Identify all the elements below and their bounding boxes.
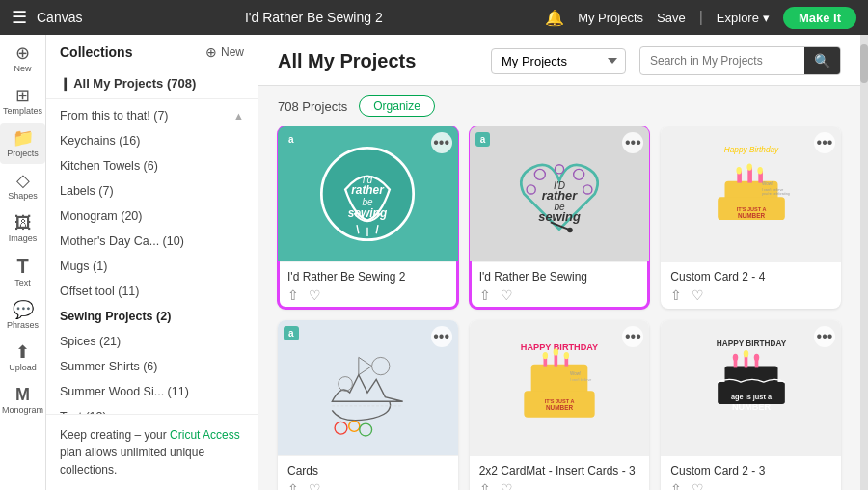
search-button[interactable]: 🔍 [804,47,840,74]
heart-icon-3[interactable]: ♡ [692,287,704,303]
collection-item-labels[interactable]: Labels (7) [46,178,258,204]
project-card-4[interactable]: a ••• [278,320,458,490]
collection-item-kitchen-towels[interactable]: Kitchen Towels (6) [46,153,258,178]
save-link[interactable]: Save [657,11,686,25]
svg-text:sewing: sewing [348,206,388,220]
collection-item-mothers-day[interactable]: Mother's Day Ca... (10) [46,229,258,254]
upload-icon: ⬆ [15,343,30,361]
svg-text:I can't believe: I can't believe [570,378,591,382]
svg-point-9 [583,185,592,194]
cricut-access-link[interactable]: Cricut Access [170,428,240,442]
sewing-heart-svg: I'D rather be sewing [506,141,612,247]
svg-point-34 [360,423,372,436]
search-input[interactable] [640,49,804,72]
sidebar-item-templates[interactable]: ⊞ Templates [0,81,45,122]
svg-point-22 [736,167,742,174]
all-projects-item[interactable]: ❙ All My Projects (708) [46,68,258,99]
svg-text:HAPPY BIRTHDAY: HAPPY BIRTHDAY [521,342,598,352]
content-header: All My Projects My Projects 🔍 [258,35,860,86]
bell-icon[interactable]: 🔔 [545,9,564,27]
sidebar-item-monogram[interactable]: M Monogram [0,380,45,421]
cake-visual: Happy Birthday [666,132,835,256]
my-projects-link[interactable]: My Projects [578,11,643,25]
card-menu-5[interactable]: ••• [622,326,643,347]
main-layout: ⊕ New ⊞ Templates 📁 Projects ◇ Shapes 🖼 … [0,35,868,490]
projects-toolbar: 708 Projects Organize [258,86,860,126]
share-icon-1[interactable]: ⇧ [287,287,299,303]
right-scrollbar[interactable] [860,35,868,490]
project-card-2[interactable]: a ••• I'D rather be sewing [470,126,650,309]
sidebar-item-projects[interactable]: 📁 Projects [0,123,45,164]
new-collection-button[interactable]: ⊕ New [205,44,244,60]
card-badge-4: a [284,326,299,340]
card-badge-1: a [284,132,299,147]
sidebar-item-images[interactable]: 🖼 Images [0,208,45,249]
collection-item-keychains[interactable]: Keychains (16) [46,128,258,153]
collections-title: Collections [60,44,132,60]
card-menu-1[interactable]: ••• [431,132,452,153]
heart-icon-6[interactable]: ♡ [692,481,704,490]
sidebar-item-shapes[interactable]: ◇ Shapes [0,166,45,206]
card-actions-5: ⇧ ♡ [479,481,640,490]
share-icon-2[interactable]: ⇧ [479,287,491,303]
content-title: All My Projects [278,50,477,72]
chevron-up-icon: ▲ [233,110,244,122]
card-actions-3: ⇧ ♡ [670,287,831,303]
app-title: Canvas [37,10,82,25]
heart-icon-5[interactable]: ♡ [501,481,513,490]
share-icon-6[interactable]: ⇧ [670,481,682,490]
collection-item-spices[interactable]: Spices (21) [46,329,258,354]
organize-button[interactable]: Organize [359,95,435,117]
text-icon: T [16,257,28,276]
sidebar-item-text[interactable]: T Text [0,251,45,293]
svg-point-32 [335,422,347,434]
heart-icon-4[interactable]: ♡ [309,481,321,490]
svg-point-41 [543,351,549,358]
chevron-down-icon: ▾ [763,11,770,25]
nav-left: ☰ Canvas [12,7,82,28]
share-icon-4[interactable]: ⇧ [287,481,299,490]
share-icon-3[interactable]: ⇧ [670,287,682,303]
nav-divider: | [699,9,703,26]
collection-item-from-this[interactable]: From this to that! (7) ▲ [46,103,258,128]
scrollbar-thumb[interactable] [860,44,868,83]
search-bar: 🔍 [639,46,841,75]
make-it-button[interactable]: Make It [783,7,856,29]
filter-select[interactable]: My Projects [491,48,626,74]
card-image-1: a ••• I'd rather be sewing [278,126,458,261]
project-card-3[interactable]: ••• Happy Birthday [661,126,841,309]
card-menu-6[interactable]: ••• [814,326,835,347]
card-image-4: a ••• [278,320,458,455]
collection-item-summer-wood[interactable]: Summer Wood Si... (11) [46,379,258,404]
sidebar-item-upload[interactable]: ⬆ Upload [0,338,45,378]
sidebar-item-phrases[interactable]: 💬 Phrases [0,295,45,336]
card-actions-6: ⇧ ♡ [670,481,831,490]
collection-item-text[interactable]: Text (13) [46,404,258,414]
svg-text:rather: rather [542,188,578,203]
heart-icon-2[interactable]: ♡ [501,287,513,303]
icon-nav: ⊕ New ⊞ Templates 📁 Projects ◇ Shapes 🖼 … [0,35,46,490]
project-card-5[interactable]: ••• HAPPY BIRTHDAY IT'S [470,320,650,490]
card-menu-4[interactable]: ••• [431,326,452,347]
card-footer-1: I'd Rather Be Sewing 2 ⇧ ♡ [278,261,458,309]
card-footer-2: I'd Rather Be Sewing ⇧ ♡ [470,261,650,309]
svg-point-54 [732,353,738,360]
card-menu-3[interactable]: ••• [814,132,835,153]
collection-item-sewing[interactable]: Sewing Projects (2) [46,304,258,329]
collection-item-monogram[interactable]: Monogram (20) [46,204,258,229]
hamburger-icon[interactable]: ☰ [12,7,27,28]
collection-item-summer-shirts[interactable]: Summer Shirts (6) [46,354,258,379]
collection-item-offset[interactable]: Offset tool (11) [46,279,258,304]
svg-point-33 [349,421,360,431]
share-icon-5[interactable]: ⇧ [479,481,491,490]
heart-icon-1[interactable]: ♡ [309,287,321,303]
explore-button[interactable]: Explore ▾ [717,11,770,25]
svg-text:you're celebrating: you're celebrating [762,192,790,196]
project-card-6[interactable]: ••• HAPPY BIRTHDAY [661,320,841,490]
sidebar-item-new[interactable]: ⊕ New [0,39,45,79]
collection-item-mugs[interactable]: Mugs (1) [46,254,258,279]
svg-text:NUMBER: NUMBER [738,212,765,219]
project-card-1[interactable]: a ••• I'd rather be sewing [278,126,458,309]
card-menu-2[interactable]: ••• [622,132,643,153]
images-icon: 🖼 [14,214,32,231]
